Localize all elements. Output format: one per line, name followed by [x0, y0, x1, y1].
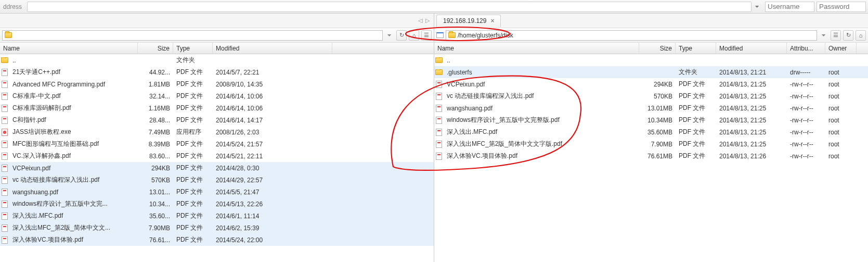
cell-size: 83.60... [138, 153, 173, 160]
cell-size: 76.61... [138, 236, 173, 244]
pdf-icon [2, 224, 8, 232]
cell-attr: -rw-r--r-- [787, 93, 825, 100]
col-modified[interactable]: Modified [716, 43, 787, 54]
cell-size: 8.39MB [138, 141, 173, 148]
left-path-input[interactable] [2, 30, 383, 41]
file-row[interactable]: windows程序设计_第五版中文完...10.34...PDF 文件2014/… [0, 198, 434, 210]
file-row[interactable]: 21天学通C++.pdf44.92...PDF 文件2014/5/7, 22:2… [0, 66, 434, 78]
cell-size: 294KB [639, 81, 676, 88]
col-attributes[interactable]: Attribu... [787, 43, 825, 54]
folder-icon [1, 57, 8, 63]
cell-size: 44.92... [138, 69, 173, 76]
file-row[interactable]: .. [434, 54, 868, 66]
file-row[interactable]: 深入浅出.MFC.pdf35.60MBPDF 文件2014/8/13, 21:2… [434, 126, 868, 138]
file-row[interactable]: 深入浅出MFC_第2版_简体中文文...7.90MBPDF 文件2014/6/2… [0, 222, 434, 234]
username-input[interactable] [765, 2, 814, 12]
file-row[interactable]: .glusterfs文件夹2014/8/13, 21:21drw-----roo… [434, 66, 868, 78]
file-row[interactable]: MFC图形编程与互绘图基础.pdf8.39MBPDF 文件2014/5/24, … [0, 138, 434, 150]
cell-size: 1.81MB [138, 81, 173, 88]
cell-name: vc 动态链接库编程深入浅出.pdf [444, 92, 639, 101]
cell-type: PDF 文件 [676, 104, 716, 113]
file-row[interactable]: JASS培训班教程.exe7.49MB应用程序2008/1/26, 2:03 [0, 126, 434, 138]
cell-name: .. [444, 57, 639, 64]
file-row[interactable]: 深入体验VC.项目体验.pdf76.61MBPDF 文件2014/8/13, 2… [434, 150, 868, 162]
file-row[interactable]: C和指针.pdf28.48...PDF 文件2014/6/14, 14:17 [0, 114, 434, 126]
close-icon[interactable]: × [490, 17, 494, 24]
cell-name: 深入浅出.MFC.pdf [9, 211, 138, 220]
col-type[interactable]: Type [173, 43, 213, 54]
folder-icon [5, 32, 12, 38]
file-row[interactable]: vc 动态链接库编程深入浅出.pdf570KBPDF 文件2014/8/13, … [434, 90, 868, 102]
col-type[interactable]: Type [676, 43, 716, 54]
cell-type: PDF 文件 [676, 128, 716, 136]
refresh-icon[interactable]: ↻ [396, 30, 407, 41]
cell-type: PDF 文件 [173, 199, 213, 208]
cell-name: Advanced MFC Programming.pdf [9, 81, 138, 88]
file-row[interactable]: 深入浅出.MFC.pdf35.60...PDF 文件2014/6/1, 11:1… [0, 210, 434, 222]
col-name[interactable]: Name [0, 43, 138, 54]
path-dropdown-icon[interactable]: ⏷ [819, 32, 828, 38]
tab-label: 192.168.19.129 [443, 17, 486, 24]
pdf-icon [436, 129, 442, 136]
file-row[interactable]: Advanced MFC Programming.pdf1.81MBPDF 文件… [0, 78, 434, 90]
home-icon[interactable]: ⌂ [856, 30, 866, 41]
col-name[interactable]: Name [434, 43, 639, 54]
views-icon[interactable]: ☰ [421, 30, 432, 41]
cell-type: PDF 文件 [676, 92, 716, 101]
pdf-icon [2, 69, 8, 76]
path-dropdown-icon[interactable]: ⏷ [385, 32, 394, 38]
file-row[interactable]: VCPeixun.pdf294KBPDF 文件2014/4/28, 0:30 [0, 162, 434, 174]
nav-next-icon[interactable]: ▷ [425, 17, 430, 24]
cell-name: 深入浅出.MFC.pdf [444, 128, 639, 136]
file-row[interactable]: vc 动态链接库编程深入浅出.pdf570KBPDF 文件2014/4/29, … [0, 174, 434, 186]
exe-icon [2, 129, 8, 136]
cell-modified: 2014/8/13, 21:25 [716, 93, 787, 100]
right-file-list[interactable]: ...glusterfs文件夹2014/8/13, 21:21drw-----r… [434, 54, 868, 262]
pdf-icon [2, 141, 8, 148]
remote-tab[interactable]: 192.168.19.129 × [436, 15, 501, 27]
cell-name: windows程序设计_第五版中文完整版.pdf [444, 116, 639, 124]
address-dropdown-icon[interactable]: ⏷ [752, 4, 763, 9]
file-row[interactable]: C标准库源码解剖.pdf1.16MBPDF 文件2014/6/14, 10:06 [0, 102, 434, 114]
file-row[interactable]: wangshuang.pdf13.01...PDF 文件2014/5/5, 21… [0, 186, 434, 198]
col-modified[interactable]: Modified [213, 43, 332, 54]
nav-prev-icon[interactable]: ◁ [418, 17, 422, 24]
pdf-icon [436, 153, 442, 160]
cell-type: PDF 文件 [173, 140, 213, 148]
file-row[interactable]: 深入体验VC.项目体验.pdf76.61...PDF 文件2014/5/24, … [0, 234, 434, 246]
right-column-headers: Name Size Type Modified Attribu... Owner [434, 43, 868, 54]
cell-owner: root [825, 93, 843, 100]
left-path-bar: ⏷ ↻ ⌂ ☰ [0, 28, 434, 43]
password-input[interactable] [817, 2, 866, 12]
file-row[interactable]: VC.深入详解孙鑫.pdf83.60...PDF 文件2014/5/21, 22… [0, 150, 434, 162]
file-row[interactable]: ..文件夹 [0, 54, 434, 66]
file-row[interactable]: 深入浅出MFC_第2版_简体中文文字版.pdf7.90MBPDF 文件2014/… [434, 138, 868, 150]
cell-name: VC.深入详解孙鑫.pdf [9, 152, 138, 160]
pdf-icon [2, 117, 8, 124]
home-icon[interactable]: ⌂ [409, 30, 419, 41]
views-icon[interactable]: ☰ [831, 30, 841, 41]
cell-modified: 2014/8/13, 21:25 [716, 105, 787, 112]
cell-modified: 2014/8/13, 21:26 [716, 153, 787, 160]
cell-name: 21天学通C++.pdf [9, 68, 138, 77]
file-row[interactable]: wangshuang.pdf13.01MBPDF 文件2014/8/13, 21… [434, 102, 868, 114]
col-size[interactable]: Size [138, 43, 173, 54]
left-file-list[interactable]: ..文件夹21天学通C++.pdf44.92...PDF 文件2014/5/7,… [0, 54, 434, 262]
cell-modified: 2014/5/7, 22:21 [213, 69, 332, 76]
file-row[interactable]: VCPeixun.pdf294KBPDF 文件2014/8/13, 21:25-… [434, 78, 868, 90]
file-row[interactable]: windows程序设计_第五版中文完整版.pdf10.34MBPDF 文件201… [434, 114, 868, 126]
refresh-icon[interactable]: ↻ [843, 30, 853, 41]
cell-type: PDF 文件 [173, 80, 213, 89]
pdf-icon [2, 213, 8, 220]
col-owner[interactable]: Owner [825, 43, 857, 54]
pdf-icon [2, 81, 8, 88]
cell-size: 7.90MB [138, 224, 173, 232]
col-size[interactable]: Size [639, 43, 676, 54]
cell-type: PDF 文件 [173, 152, 213, 160]
file-row[interactable]: C标准库-中文.pdf32.14...PDF 文件2014/6/14, 10:0… [0, 90, 434, 102]
cell-modified: 2014/5/5, 21:47 [213, 189, 332, 196]
cell-modified: 2014/8/13, 21:25 [716, 129, 787, 136]
address-input[interactable] [27, 2, 752, 12]
cell-type: 应用程序 [173, 128, 213, 136]
right-path-input[interactable]: /home/glusterfs/disk [446, 30, 817, 41]
